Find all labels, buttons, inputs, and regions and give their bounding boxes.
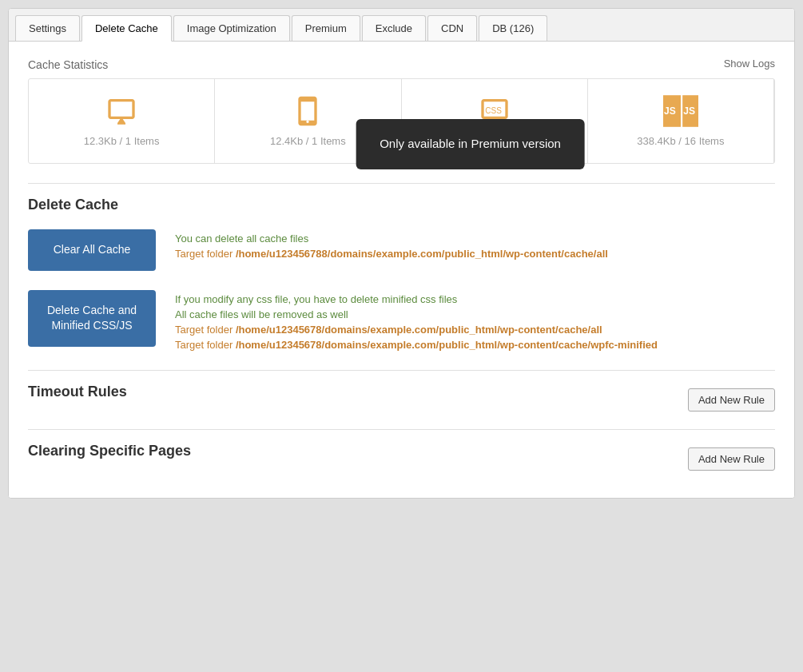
timeout-rules-section: Timeout Rules Add New Rule [28,384,775,416]
timeout-add-rule-button[interactable]: Add New Rule [688,388,775,412]
tab-premium[interactable]: Premium [292,15,360,41]
stat-value-4: 338.4Kb / 16 Items [637,135,724,147]
main-container: Settings Delete Cache Image Optimization… [8,8,795,499]
premium-tooltip: Only available in Premium version [356,119,585,169]
tab-settings[interactable]: Settings [15,15,80,41]
stat-item-4: JS JS 338.4Kb / 16 Items [588,79,774,163]
clear-all-info-2: Target folder /home/u123456788/domains/e… [175,248,608,260]
stat-value-1: 12.3Kb / 1 Items [84,135,160,147]
cache-stats-grid: 12.3Kb / 1 Items 12.4Kb / 1 Items CSS 27… [28,78,775,164]
svg-text:CSS: CSS [485,106,502,115]
clear-all-cache-button[interactable]: Clear All Cache [28,229,156,271]
divider-2 [28,370,775,371]
delete-css-button[interactable]: Delete Cache and Minified CSS/JS [28,290,156,347]
show-logs-link[interactable]: Show Logs [724,58,775,70]
cache-statistics-section: Show Logs Cache Statistics 12.3Kb / 1 It… [28,58,775,164]
tab-exclude[interactable]: Exclude [362,15,426,41]
timeout-rules-header: Timeout Rules Add New Rule [28,384,775,416]
clear-all-cache-row: Clear All Cache You can delete all cache… [28,229,775,271]
divider-1 [28,183,775,184]
clearing-specific-heading: Clearing Specific Pages [28,443,191,459]
delete-css-info-4: Target folder /home/u12345678/domains/ex… [175,339,658,351]
tab-db[interactable]: DB (126) [479,15,547,41]
clear-all-info-1: You can delete all cache files [175,233,608,245]
clearing-specific-section: Clearing Specific Pages Add New Rule [28,443,775,475]
delete-css-row: Delete Cache and Minified CSS/JS If you … [28,290,775,351]
delete-css-info-3: Target folder /home/u12345678/domains/ex… [175,324,658,336]
svg-text:JS: JS [664,105,676,117]
mobile-icon [290,95,325,127]
tabs-bar: Settings Delete Cache Image Optimization… [9,9,794,42]
content-area: Show Logs Cache Statistics 12.3Kb / 1 It… [9,42,794,498]
svg-text:JS: JS [683,105,695,117]
delete-css-info-2: All cache files will be removed as well [175,308,658,320]
monitor-icon [104,95,139,127]
timeout-rules-heading: Timeout Rules [28,384,127,400]
clearing-add-rule-button[interactable]: Add New Rule [688,447,775,471]
js-icon: JS JS [663,95,698,127]
delete-css-target-path-2: /home/u12345678/domains/example.com/publ… [236,339,658,351]
clear-all-info: You can delete all cache files Target fo… [175,229,608,260]
delete-cache-section: Delete Cache Clear All Cache You can del… [28,197,775,351]
cache-statistics-title: Cache Statistics [28,58,108,71]
stat-value-2: 12.4Kb / 1 Items [270,135,346,147]
delete-css-target-label-2: Target folder [175,339,236,351]
stat-item-1: 12.3Kb / 1 Items [29,79,215,163]
clear-all-target-path: /home/u123456788/domains/example.com/pub… [236,248,608,260]
clear-all-target-label: Target folder [175,248,236,260]
delete-cache-heading: Delete Cache [28,197,775,213]
delete-css-target-label-1: Target folder [175,324,236,336]
tab-delete-cache[interactable]: Delete Cache [81,15,172,42]
delete-css-info: If you modify any css file, you have to … [175,290,658,351]
divider-3 [28,429,775,430]
delete-css-target-path-1: /home/u12345678/domains/example.com/publ… [236,324,602,336]
tab-image-optimization[interactable]: Image Optimization [173,15,290,41]
tab-cdn[interactable]: CDN [427,15,477,41]
clearing-specific-header: Clearing Specific Pages Add New Rule [28,443,775,475]
delete-css-info-1: If you modify any css file, you have to … [175,293,658,305]
